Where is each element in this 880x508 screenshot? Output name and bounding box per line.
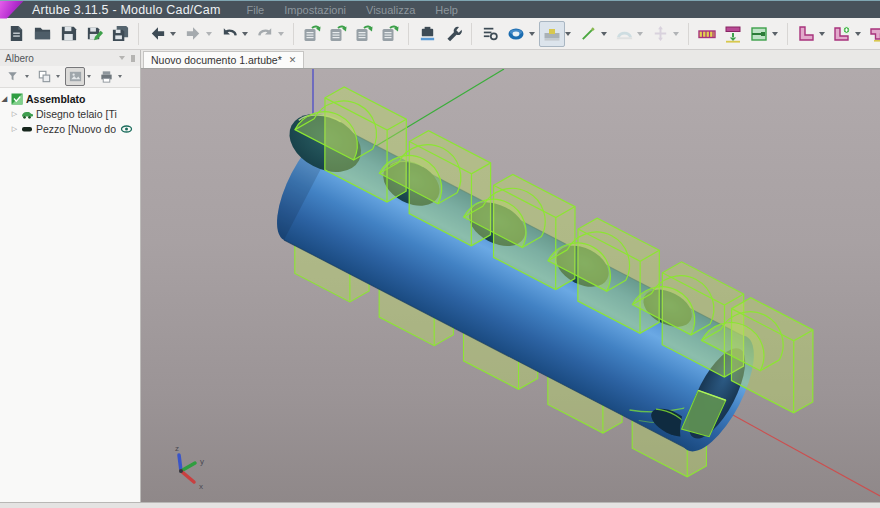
back-caret[interactable]: [170, 32, 176, 36]
tab-nuovo-documento[interactable]: Nuovo documento 1.artube* ✕: [143, 51, 304, 68]
ruler-icon: [697, 24, 717, 44]
menu-visualizza[interactable]: Visualizza: [366, 4, 415, 16]
save-all-icon: [111, 24, 130, 43]
filter-caret[interactable]: [25, 75, 29, 78]
expander-expanded-icon[interactable]: ◢: [0, 95, 9, 103]
undo-icon: [220, 24, 239, 43]
bend-preview-caret[interactable]: [637, 32, 643, 36]
corner-bend-add-caret[interactable]: [855, 32, 861, 36]
import-dxf-button[interactable]: [299, 21, 325, 47]
corner-bend-button[interactable]: [793, 21, 819, 47]
print-icon: [99, 69, 114, 84]
print-caret[interactable]: [118, 75, 122, 78]
new-document-button[interactable]: [3, 21, 29, 47]
undo-button[interactable]: [216, 21, 242, 47]
undo-caret[interactable]: [242, 32, 248, 36]
tube-section-caret[interactable]: [529, 32, 535, 36]
workpiece-view-caret[interactable]: [565, 32, 571, 36]
redo-icon: [256, 24, 275, 43]
tab-label: Nuovo documento 1.artube*: [151, 54, 282, 66]
corner-bend-icon: [796, 24, 816, 44]
back-button[interactable]: [144, 21, 170, 47]
machine-setup-button[interactable]: [414, 21, 440, 47]
bend-preview-button[interactable]: [611, 21, 637, 47]
menu-file[interactable]: File: [247, 4, 265, 16]
frame-drawing-icon: [21, 108, 33, 120]
import-iges-icon: [380, 24, 400, 44]
extract-part-button[interactable]: [746, 21, 772, 47]
toolbar-separator: [138, 23, 139, 45]
clamp-button[interactable]: [865, 21, 880, 47]
app-logo-icon: [0, 1, 24, 19]
redo-caret[interactable]: [278, 32, 284, 36]
import-step-button[interactable]: [351, 21, 377, 47]
triad-z-label: z: [175, 444, 179, 453]
tree-panel: Albero ◢ Assemblato: [0, 50, 141, 502]
save-as-icon: [85, 24, 104, 43]
save-all-button[interactable]: [107, 21, 133, 47]
clamp-icon: [868, 24, 880, 44]
import-dxf-icon: [302, 24, 322, 44]
tree-panel-toolbar: [0, 66, 140, 88]
filter-button[interactable]: [3, 67, 23, 86]
workpiece-view-button[interactable]: [539, 21, 565, 47]
wrench-icon: [444, 24, 463, 43]
tab-close-icon[interactable]: ✕: [289, 56, 297, 65]
draw-path-caret[interactable]: [601, 32, 607, 36]
menu-impostazioni[interactable]: Impostazioni: [284, 4, 346, 16]
forward-button[interactable]: [180, 21, 206, 47]
import-iges-button[interactable]: [377, 21, 403, 47]
triad-y-label: y: [200, 457, 204, 466]
workpiece-view-icon: [542, 24, 562, 44]
save-as-button[interactable]: [81, 21, 107, 47]
display-options-button[interactable]: [477, 21, 503, 47]
forward-arrow-icon: [184, 24, 203, 43]
new-document-icon: [7, 24, 26, 43]
tube-section-button[interactable]: [503, 21, 529, 47]
tree-item-label: Pezzo [Nuovo do: [36, 123, 116, 135]
document-tab-bar: Nuovo documento 1.artube* ✕: [141, 50, 880, 68]
draw-path-button[interactable]: [575, 21, 601, 47]
forward-caret[interactable]: [206, 32, 212, 36]
tree-item-pezzo[interactable]: ▷ Pezzo [Nuovo do: [0, 121, 140, 136]
preview-button[interactable]: [65, 67, 85, 86]
save-icon: [59, 24, 78, 43]
title-bar: Artube 3.11.5 - Modulo Cad/Cam File Impo…: [0, 0, 880, 18]
settings-wrench-button[interactable]: [440, 21, 466, 47]
corner-bend-add-button[interactable]: [829, 21, 855, 47]
triad-x-label: x: [199, 482, 203, 491]
extract-part-icon: [749, 24, 769, 44]
redo-button[interactable]: [252, 21, 278, 47]
arrange-caret[interactable]: [56, 75, 60, 78]
viewport-3d-scene[interactable]: z y x: [141, 69, 880, 502]
ruler-button[interactable]: [694, 21, 720, 47]
assembly-icon: [11, 93, 23, 105]
open-folder-icon: [33, 24, 52, 43]
panel-chevron-icon[interactable]: [119, 56, 125, 60]
menu-help[interactable]: Help: [435, 4, 458, 16]
measure-button[interactable]: [647, 21, 673, 47]
expander-collapsed-icon[interactable]: ▷: [10, 110, 19, 118]
preview-caret[interactable]: [87, 75, 91, 78]
panel-pin-icon[interactable]: [131, 55, 135, 62]
window-bottom-edge: [0, 502, 880, 508]
insert-part-icon: [723, 24, 743, 44]
insert-part-button[interactable]: [720, 21, 746, 47]
save-button[interactable]: [55, 21, 81, 47]
corner-bend-caret[interactable]: [819, 32, 825, 36]
import-dwg-button[interactable]: [325, 21, 351, 47]
open-folder-button[interactable]: [29, 21, 55, 47]
main-toolbar: [0, 18, 880, 50]
visibility-eye-icon[interactable]: [120, 123, 133, 135]
import-step-icon: [354, 24, 374, 44]
tree-item-disegno-telaio[interactable]: ▷ Disegno telaio [Ti: [0, 106, 140, 121]
draw-path-icon: [579, 24, 598, 43]
3d-viewport[interactable]: z y x: [141, 68, 880, 502]
extract-part-caret[interactable]: [772, 32, 778, 36]
tree-item-assemblato[interactable]: ◢ Assemblato: [0, 91, 140, 106]
expander-collapsed-icon[interactable]: ▷: [10, 125, 19, 133]
measure-icon: [651, 24, 670, 43]
print-button[interactable]: [96, 67, 116, 86]
arrange-button[interactable]: [34, 67, 54, 86]
measure-caret[interactable]: [673, 32, 679, 36]
